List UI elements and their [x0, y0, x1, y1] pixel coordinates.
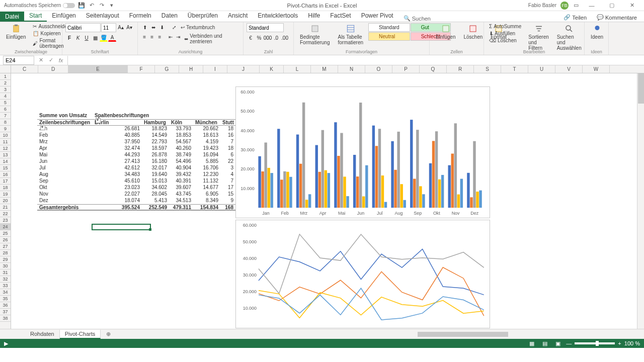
- decrease-decimal-icon[interactable]: .00: [281, 34, 289, 42]
- italic-button[interactable]: K: [74, 34, 82, 42]
- insert-cells-button[interactable]: Einfügen: [433, 23, 458, 41]
- row-header-32[interactable]: 32: [0, 276, 11, 283]
- style-standard[interactable]: Standard: [368, 23, 410, 32]
- enter-formula-icon[interactable]: ✓: [47, 57, 54, 64]
- zoom-level[interactable]: 100 %: [624, 340, 640, 346]
- col-header-L[interactable]: L: [284, 65, 311, 73]
- col-header-S[interactable]: S: [474, 65, 501, 73]
- qat-more-icon[interactable]: ▾: [108, 2, 115, 9]
- col-header-J[interactable]: J: [227, 65, 260, 73]
- col-header-U[interactable]: U: [528, 65, 555, 73]
- increase-decimal-icon[interactable]: .0: [272, 34, 280, 42]
- col-header-K[interactable]: K: [260, 65, 284, 73]
- percent-icon[interactable]: %: [255, 34, 263, 42]
- redo-icon[interactable]: ↷: [98, 2, 105, 9]
- row-header-7[interactable]: 7: [0, 113, 11, 119]
- vertical-scrollbar[interactable]: [637, 73, 644, 329]
- ribbon-options-icon[interactable]: ▭: [573, 2, 580, 9]
- align-right-icon[interactable]: ≡: [156, 33, 163, 41]
- cancel-formula-icon[interactable]: ✕: [37, 57, 44, 64]
- tab-formeln[interactable]: Formeln: [124, 11, 156, 22]
- tab-start[interactable]: Start: [24, 11, 47, 22]
- row-filter-icon[interactable]: [40, 125, 45, 130]
- row-header-27[interactable]: 27: [0, 243, 11, 250]
- fx-icon[interactable]: fx: [57, 57, 64, 64]
- tab-einfügen[interactable]: Einfügen: [47, 11, 80, 22]
- column-filter-icon[interactable]: [96, 118, 101, 123]
- row-header-12[interactable]: 12: [0, 145, 11, 152]
- orientation-icon[interactable]: ⤢: [170, 23, 178, 31]
- col-header-N[interactable]: N: [338, 65, 365, 73]
- row-header-37[interactable]: 37: [0, 309, 11, 315]
- conditional-format-button[interactable]: Bedingte Formatierung: [297, 23, 333, 46]
- col-header-W[interactable]: W: [583, 65, 610, 73]
- row-header-33[interactable]: 33: [0, 283, 11, 289]
- row-header-21[interactable]: 21: [0, 204, 11, 211]
- wrap-text-button[interactable]: ↩ Textumbruch: [179, 23, 217, 31]
- bar-chart[interactable]: 10.00020.00030.00040.00050.00060.000JanF…: [235, 86, 490, 218]
- row-header-5[interactable]: 5: [0, 100, 11, 106]
- row-header-29[interactable]: 29: [0, 256, 11, 263]
- sheet-tab-pivot-charts[interactable]: Pivot-Charts: [60, 330, 101, 339]
- col-header-I[interactable]: I: [203, 65, 227, 73]
- undo-icon[interactable]: ↶: [88, 2, 95, 9]
- border-button[interactable]: ▦: [91, 34, 99, 42]
- zoom-slider[interactable]: [575, 342, 615, 344]
- col-header-P[interactable]: P: [392, 65, 420, 73]
- decrease-indent-icon[interactable]: ⇤: [167, 33, 174, 41]
- col-header-T[interactable]: T: [501, 65, 528, 73]
- share-button[interactable]: 🔗 Teilen: [559, 13, 591, 22]
- tab-entwicklertools[interactable]: Entwicklertools: [253, 11, 303, 22]
- paste-button[interactable]: Einfügen: [3, 23, 29, 41]
- row-header-6[interactable]: 6: [0, 106, 11, 113]
- decrease-font-icon[interactable]: A▾: [125, 23, 133, 31]
- font-color-button[interactable]: A: [108, 34, 116, 42]
- pivot-table[interactable]: Summe von UmsatzSpaltenbeschriftungenZei…: [37, 113, 235, 211]
- row-header-14[interactable]: 14: [0, 158, 11, 165]
- row-header-17[interactable]: 17: [0, 178, 11, 185]
- clear-button[interactable]: ⌫ Löschen: [487, 37, 523, 44]
- fill-button[interactable]: ⬇ Ausfüllen: [487, 30, 523, 37]
- row-header-22[interactable]: 22: [0, 211, 11, 217]
- bold-button[interactable]: F: [65, 34, 73, 42]
- row-header-8[interactable]: 8: [0, 119, 11, 126]
- delete-cells-button[interactable]: Löschen: [460, 23, 486, 41]
- row-header-1[interactable]: 1: [0, 73, 11, 80]
- row-header-30[interactable]: 30: [0, 263, 11, 269]
- close-button[interactable]: ✕: [624, 1, 640, 11]
- record-macro-icon[interactable]: ▶: [4, 340, 8, 347]
- tab-überprüfen[interactable]: Überprüfen: [183, 11, 223, 22]
- sort-filter-button[interactable]: Sortieren und Filtern: [525, 23, 552, 52]
- page-layout-icon[interactable]: ▤: [540, 340, 550, 347]
- row-header-15[interactable]: 15: [0, 165, 11, 171]
- autosave-toggle[interactable]: Automatisches Speichern: [4, 3, 75, 8]
- sheet-tab-rohdaten[interactable]: Rohdaten: [25, 330, 60, 339]
- user-name[interactable]: Fabio Basler: [528, 3, 556, 8]
- row-header-16[interactable]: 16: [0, 171, 11, 178]
- worksheet-grid[interactable]: CDEFGHIJKLMNOPQRSTUVW 123456789101112131…: [0, 65, 644, 329]
- col-header-E[interactable]: E: [68, 65, 128, 73]
- normal-view-icon[interactable]: ▦: [527, 340, 537, 347]
- tab-daten[interactable]: Daten: [156, 11, 183, 22]
- row-header-18[interactable]: 18: [0, 185, 11, 191]
- find-select-button[interactable]: Suchen und Auswählen: [554, 23, 585, 52]
- align-middle-icon[interactable]: ⬌: [149, 23, 157, 31]
- row-header-28[interactable]: 28: [0, 250, 11, 256]
- ideas-button[interactable]: Ideen: [588, 23, 606, 41]
- row-header-34[interactable]: 34: [0, 289, 11, 296]
- comments-button[interactable]: 💬 Kommentare: [593, 13, 641, 22]
- number-format-select[interactable]: [247, 23, 284, 32]
- format-as-table-button[interactable]: Als Tabelle formatieren: [335, 23, 366, 46]
- row-header-20[interactable]: 20: [0, 198, 11, 204]
- minimize-button[interactable]: —: [584, 1, 600, 11]
- row-header-4[interactable]: 4: [0, 93, 11, 100]
- zoom-in-button[interactable]: +: [618, 340, 621, 346]
- row-header-13[interactable]: 13: [0, 152, 11, 158]
- col-header-O[interactable]: O: [365, 65, 392, 73]
- row-header-19[interactable]: 19: [0, 191, 11, 198]
- row-header-2[interactable]: 2: [0, 80, 11, 86]
- row-header-10[interactable]: 10: [0, 132, 11, 139]
- add-sheet-button[interactable]: ⊕: [104, 330, 113, 339]
- font-size-select[interactable]: [101, 23, 116, 32]
- fill-color-button[interactable]: 🪣: [100, 34, 108, 42]
